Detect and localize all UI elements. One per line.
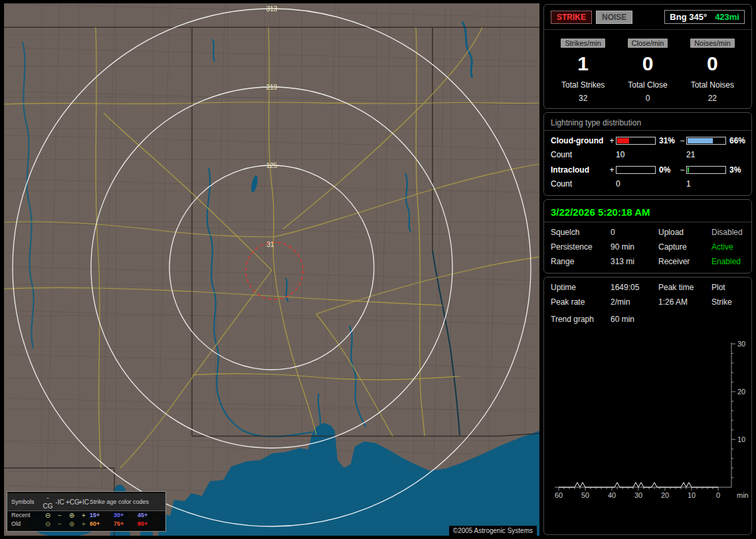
ic-negative-pct: 3%: [726, 165, 746, 175]
ic-positive-pct: 0%: [656, 165, 678, 175]
svg-text:min: min: [737, 491, 749, 499]
cloud-ground-label: Cloud-ground: [551, 136, 608, 145]
strikes-per-min-badge[interactable]: Strikes/min: [561, 38, 605, 48]
cloud-ground-count-row: Count 10 21: [551, 150, 745, 159]
neg-cg-old-icon: ⊖: [42, 520, 54, 528]
legend-symbols-title: Symbols: [11, 498, 42, 506]
age-code-60: 60+: [90, 520, 114, 528]
age-code-90: 90+: [138, 520, 161, 528]
peak-rate-value: 2/min: [611, 297, 658, 307]
stats-row: Peak rate 2/min 1:26 AM Strike: [551, 297, 749, 307]
trend-graph-window: 60 min: [611, 315, 658, 324]
strikes-per-min-column: Strikes/min 1 Total Strikes 32: [551, 37, 615, 103]
intracloud-row: Intracloud + 0% − 3%: [551, 165, 745, 175]
trend-graph: 1020306050403020100min: [551, 335, 751, 502]
intracloud-count-row: Count 0 1: [551, 179, 745, 189]
ring-label-31: 31: [266, 241, 274, 248]
neg-ic-recent-icon: −: [54, 511, 66, 520]
legend-age-title: Strike age color codes: [90, 498, 161, 506]
capture-label: Capture: [658, 242, 711, 252]
legend-col-pos-cg: +CG: [66, 498, 78, 506]
noise-button[interactable]: NOISE: [596, 11, 632, 24]
legend-col-neg-ic: -IC: [54, 498, 66, 506]
legend-header: Symbols -CG -IC +CG +IC Strike age color…: [7, 493, 165, 511]
noises-per-min-value: 0: [680, 52, 745, 75]
intracloud-label: Intracloud: [551, 165, 608, 175]
upload-status: Disabled: [711, 228, 745, 237]
cg-positive-bar-fill: [617, 138, 629, 143]
plot-label: Plot: [711, 283, 749, 292]
legend-col-neg-cg: -CG: [42, 493, 54, 510]
total-noises-value: 22: [680, 94, 745, 103]
capture-status: Active: [711, 242, 745, 252]
uptime-label: Uptime: [551, 283, 611, 292]
ic-positive-bar: [616, 166, 656, 174]
ic-negative-bar-fill: [688, 167, 689, 173]
status-row: Range 313 mi Receiver Enabled: [551, 257, 745, 266]
age-code-45: 45+: [138, 511, 161, 520]
peak-time-label: Peak time: [658, 283, 711, 292]
strike-button[interactable]: STRIKE: [551, 11, 592, 24]
squelch-label: Squelch: [551, 228, 611, 237]
legend-row-old: Old ⊖ − ⊕ + 60+ 75+ 90+: [11, 520, 161, 528]
legend-old-label: Old: [11, 520, 42, 528]
range-label: Range: [551, 257, 611, 266]
receiver-label: Receiver: [658, 257, 711, 266]
ring-label-219: 219: [266, 84, 278, 91]
neg-cg-recent-icon: ⊖: [42, 511, 54, 520]
cloud-ground-row: Cloud-ground + 31% − 66%: [551, 136, 745, 145]
lightning-map[interactable]: 313 219 125 31 Symbols -CG -IC +CG +IC S…: [4, 3, 539, 536]
svg-text:60: 60: [555, 491, 563, 499]
status-row: Persistence 90 min Capture Active: [551, 242, 745, 252]
close-per-min-column: Close/min 0 Total Close 0: [615, 37, 680, 103]
pos-ic-recent-icon: +: [78, 511, 90, 520]
cg-negative-count: 21: [686, 150, 745, 159]
svg-text:0: 0: [716, 491, 720, 499]
cg-positive-bar: [616, 137, 656, 145]
mode-button-row: STRIKE NOISE Bng 345° 423mi: [544, 10, 751, 30]
distribution-panel: Lightning type distribution Cloud-ground…: [543, 112, 752, 196]
persistence-label: Persistence: [551, 242, 611, 252]
svg-text:10: 10: [737, 435, 745, 443]
minus-sign: −: [678, 165, 686, 175]
distribution-title: Lightning type distribution: [544, 118, 751, 131]
status-row: Squelch 0 Upload Disabled: [551, 228, 745, 237]
close-per-min-value: 0: [615, 52, 680, 75]
side-panel: STRIKE NOISE Bng 345° 423mi Strikes/min …: [543, 4, 752, 535]
bearing-label: Bng 345°: [670, 12, 707, 22]
bearing-display: Bng 345° 423mi: [664, 10, 745, 24]
ic-count-label: Count: [551, 179, 616, 189]
minus-sign: −: [678, 136, 686, 145]
plus-sign: +: [608, 136, 616, 145]
svg-text:40: 40: [608, 491, 616, 499]
plot-value: Strike: [711, 297, 749, 307]
cg-negative-bar-fill: [688, 138, 713, 143]
svg-text:30: 30: [737, 340, 745, 348]
map-legend: Symbols -CG -IC +CG +IC Strike age color…: [7, 491, 166, 532]
total-close-label: Total Close: [615, 80, 680, 90]
noises-per-min-badge[interactable]: Noises/min: [690, 38, 734, 48]
receiver-status: Enabled: [711, 257, 745, 266]
stats-row: Uptime 1649:05 Peak time Plot: [551, 283, 749, 292]
total-close-value: 0: [615, 94, 680, 103]
cg-positive-pct: 31%: [656, 136, 678, 145]
svg-text:30: 30: [634, 491, 642, 499]
ic-positive-count: 0: [616, 179, 686, 189]
peak-time-value: 1:26 AM: [658, 297, 711, 307]
status-panel: 3/22/2026 5:20:18 AM Squelch 0 Upload Di…: [543, 199, 752, 273]
peak-rate-label: Peak rate: [551, 297, 611, 307]
cg-negative-pct: 66%: [726, 136, 746, 145]
svg-text:10: 10: [688, 491, 696, 499]
upload-label: Upload: [658, 228, 711, 237]
trend-graph-label: Trend graph: [551, 315, 611, 324]
trend-graph-row: Trend graph 60 min: [551, 315, 749, 324]
plus-sign: +: [608, 165, 616, 175]
close-per-min-badge[interactable]: Close/min: [628, 38, 668, 48]
legend-row-recent: Recent ⊖ − ⊕ + 15+ 30+ 45+: [11, 511, 161, 520]
total-strikes-label: Total Strikes: [551, 80, 615, 90]
pos-cg-old-icon: ⊕: [66, 520, 78, 528]
cg-count-label: Count: [551, 150, 616, 159]
svg-text:50: 50: [581, 491, 589, 499]
total-strikes-value: 32: [551, 94, 615, 103]
noises-per-min-column: Noises/min 0 Total Noises 22: [680, 37, 745, 103]
